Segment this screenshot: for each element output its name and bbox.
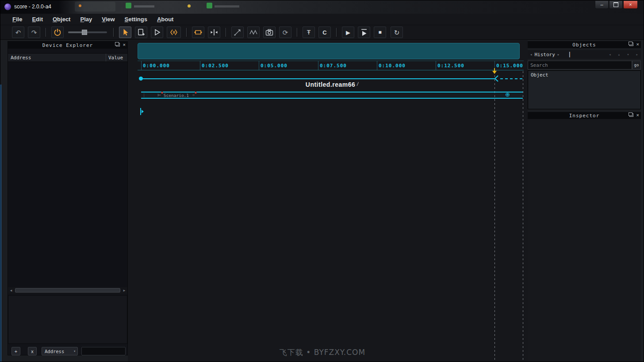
object-root-item[interactable]: Object <box>531 72 548 78</box>
redo-button[interactable]: ↷ <box>28 27 40 38</box>
close-button[interactable]: × <box>623 1 638 9</box>
undo-button[interactable]: ↶ <box>12 27 24 38</box>
nav-up-icon[interactable]: ▴ <box>618 52 620 57</box>
inspector-panel-header[interactable]: Inspector × <box>528 112 641 119</box>
scrollbar-thumb[interactable] <box>15 288 120 293</box>
scenario-label[interactable]: Scenario.1 <box>164 93 189 98</box>
remove-address-button[interactable]: x <box>28 347 37 355</box>
ruler-tick <box>377 61 377 70</box>
column-divider[interactable] <box>106 54 106 62</box>
value-column-header[interactable]: Value <box>108 55 123 61</box>
slider-handle[interactable] <box>82 30 87 35</box>
scroll-right-icon[interactable]: ▸ <box>121 287 127 293</box>
float-panel-icon[interactable] <box>116 43 120 46</box>
record-view-button[interactable]: ⟳ <box>279 27 291 38</box>
horizontal-scrollbar[interactable]: ◂ ▸ <box>8 287 127 293</box>
waveform-button[interactable] <box>247 27 260 38</box>
toolbar-separator <box>226 28 226 37</box>
history-label[interactable]: History <box>534 52 555 58</box>
ruler-tick <box>436 61 436 70</box>
scenario-interval[interactable]: ⋮ ⊢ Scenario.1 ○ ⊕ <box>141 92 523 99</box>
displace-button[interactable] <box>231 27 244 38</box>
nav-right-icon[interactable]: ▸ <box>636 52 638 57</box>
device-explorer-header[interactable]: Device Explorer × <box>8 42 127 49</box>
float-panel-icon[interactable] <box>629 113 633 117</box>
nav-left-icon[interactable]: ◂ <box>609 52 611 57</box>
scenario-process-icon[interactable]: ○ <box>192 93 195 97</box>
play-root-button[interactable] <box>358 27 370 38</box>
reinitialize-button[interactable]: ↻ <box>391 27 403 38</box>
play-tool-button[interactable] <box>151 27 163 38</box>
interval-end-chevron-icon[interactable] <box>494 75 499 82</box>
scale-tool-button[interactable] <box>192 27 204 38</box>
scenario-process-icon[interactable]: ⊢ <box>157 93 161 97</box>
split-icon <box>210 28 218 37</box>
interval-line[interactable] <box>141 78 494 79</box>
view-end-line <box>523 71 523 362</box>
stop-button[interactable]: ■ <box>374 27 386 38</box>
window-edge-accent <box>0 85 1 362</box>
menu-settings[interactable]: Settings <box>120 14 152 25</box>
screenshot-button[interactable] <box>263 27 276 38</box>
waveform-icon <box>249 28 258 37</box>
device-tree-body[interactable] <box>8 62 127 287</box>
close-panel-icon[interactable]: × <box>636 42 640 46</box>
transport-play-button[interactable]: ▶ <box>342 27 354 38</box>
minimize-button[interactable]: – <box>595 1 609 9</box>
history-forward-icon[interactable]: ▸ <box>557 52 560 57</box>
timeline-overview-bar[interactable] <box>138 43 520 59</box>
search-go-button[interactable]: go <box>632 61 641 69</box>
timeline-canvas[interactable]: 0:00.000 0:02.500 0:05.000 0:07.500 0:10… <box>128 40 528 362</box>
menu-bar: File Edit Object Play View Settings Abou… <box>0 14 644 25</box>
time-ruler[interactable]: 0:00.000 0:02.500 0:05.000 0:07.500 0:10… <box>138 61 524 70</box>
menu-about[interactable]: About <box>152 14 179 25</box>
ruler-time-label: 0:15.000 <box>496 63 523 69</box>
menu-file[interactable]: File <box>8 14 27 25</box>
address-column-header[interactable]: Address <box>11 55 31 61</box>
interval-name[interactable]: Untitled.ream66/ <box>248 81 416 88</box>
nav-down-icon[interactable]: ▾ <box>627 52 629 57</box>
aero-glass-artifact <box>207 3 212 8</box>
interval-slash-mark: / <box>356 81 359 87</box>
text-cursor: | <box>568 51 571 58</box>
history-back-icon[interactable]: ◂ <box>530 52 532 57</box>
volume-slider[interactable] <box>68 27 107 38</box>
audio-tool-button[interactable] <box>167 27 181 38</box>
play-root-icon <box>360 28 368 37</box>
scroll-left-icon[interactable]: ◂ <box>8 287 14 293</box>
menu-view[interactable]: View <box>97 14 119 25</box>
float-panel-icon[interactable] <box>629 42 633 46</box>
close-panel-icon[interactable]: × <box>636 113 640 117</box>
toolbar: ↶ ↷ <box>0 25 644 40</box>
menu-play[interactable]: Play <box>75 14 97 25</box>
titlebar[interactable]: score - 2.0.0-a4 – × <box>0 0 644 14</box>
aero-glass-artifact <box>188 4 191 8</box>
minimize-icon: – <box>600 2 603 7</box>
playhead-marker[interactable] <box>492 68 497 74</box>
search-input[interactable] <box>528 61 632 69</box>
add-process-icon[interactable]: ⊕ <box>505 92 510 97</box>
power-button[interactable] <box>51 27 64 38</box>
event-start-tick[interactable] <box>140 108 141 115</box>
create-tool-button[interactable] <box>135 27 147 38</box>
select-tool-button[interactable] <box>119 27 131 38</box>
menu-edit[interactable]: Edit <box>27 14 48 25</box>
split-tool-button[interactable] <box>208 27 220 38</box>
timebar-button[interactable]: Ŧ <box>303 27 315 38</box>
c-icon: C <box>322 30 326 35</box>
diagonal-arrow-icon <box>233 28 242 37</box>
close-panel-icon[interactable]: × <box>123 42 126 47</box>
address-filter-input[interactable] <box>81 347 126 355</box>
maximize-button[interactable] <box>609 1 623 9</box>
add-address-button[interactable]: + <box>12 347 20 355</box>
console-button[interactable]: C <box>318 27 331 38</box>
drag-handle-icon[interactable]: ⋮ <box>142 93 146 97</box>
aero-glass-artifact <box>215 5 239 8</box>
objects-panel-header[interactable]: Objects × <box>528 41 641 48</box>
play-icon: ▶ <box>346 30 350 35</box>
address-type-dropdown[interactable]: Address ▾ <box>42 347 78 355</box>
ruler-time-label: 0:07.500 <box>320 63 347 69</box>
create-icon <box>137 28 146 37</box>
menu-object[interactable]: Object <box>48 14 75 25</box>
objects-tree[interactable]: Object <box>528 70 641 109</box>
